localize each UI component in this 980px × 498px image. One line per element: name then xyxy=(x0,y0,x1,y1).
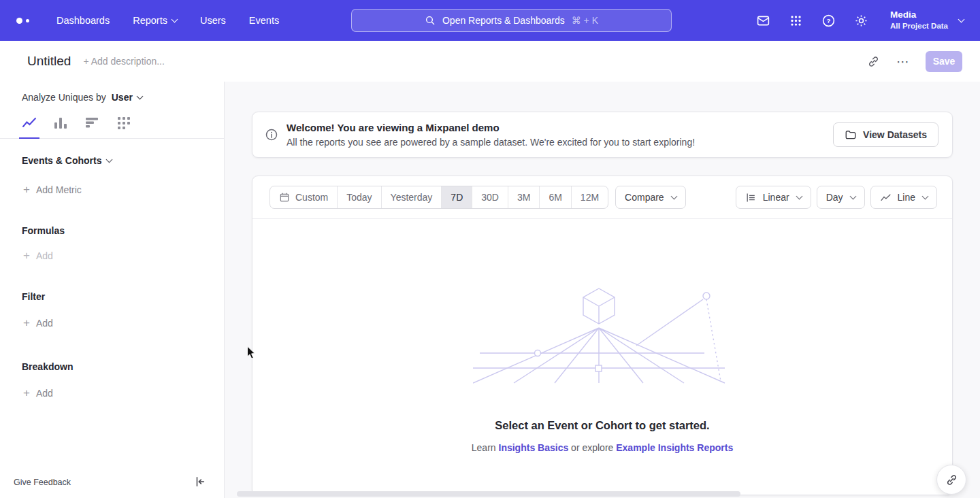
report-title[interactable]: Untitled xyxy=(27,54,71,69)
analyze-label: Analyze Uniques by xyxy=(22,92,106,103)
section-label: Formulas xyxy=(22,225,65,236)
add-metric-button[interactable]: + Add Metric xyxy=(23,184,224,195)
chevron-down-icon xyxy=(849,193,856,200)
chart-options: Linear Day Line xyxy=(736,186,937,209)
search-shortcut: ⌘ + K xyxy=(572,15,598,26)
date-range-7d[interactable]: 7D xyxy=(441,186,472,208)
chevron-down-icon xyxy=(796,193,802,200)
date-range-custom[interactable]: Custom xyxy=(270,186,337,208)
filter-section: Filter xyxy=(22,291,224,302)
add-breakdown-button[interactable]: + Add xyxy=(23,387,224,399)
date-range-label: Today xyxy=(346,192,372,203)
save-button[interactable]: Save xyxy=(926,51,962,72)
visualization-tabs xyxy=(0,115,224,139)
plus-icon: + xyxy=(23,184,30,195)
nav-item-events[interactable]: Events xyxy=(249,15,279,26)
query-builder-sidebar: Analyze Uniques by User Events & Cohorts xyxy=(0,82,225,498)
settings-gear-icon[interactable] xyxy=(853,13,868,28)
formulas-section: Formulas xyxy=(22,225,224,236)
chevron-down-icon xyxy=(670,193,677,200)
insights-basics-link[interactable]: Insights Basics xyxy=(499,442,569,453)
analyze-by-dropdown[interactable]: User xyxy=(112,92,142,103)
folder-icon xyxy=(845,129,857,141)
plus-icon: + xyxy=(23,250,30,261)
global-search[interactable]: Open Reports & Dashboards ⌘ + K xyxy=(351,9,672,32)
tab-bar-chart[interactable] xyxy=(53,115,68,130)
copy-link-icon[interactable] xyxy=(866,54,881,69)
section-label: Events & Cohorts xyxy=(22,155,101,166)
give-feedback-link[interactable]: Give Feedback xyxy=(14,478,71,487)
date-range-30d[interactable]: 30D xyxy=(472,186,508,208)
project-selector[interactable]: Media All Project Data xyxy=(890,10,964,31)
compare-dropdown[interactable]: Compare xyxy=(615,186,686,209)
line-chart-icon xyxy=(880,192,892,203)
messages-icon[interactable] xyxy=(755,13,770,28)
nav-item-dashboards[interactable]: Dashboards xyxy=(56,15,110,26)
middle-text: or explore xyxy=(571,442,613,453)
welcome-banner: Welcome! You are viewing a Mixpanel demo… xyxy=(252,112,953,158)
date-range-label: 6M xyxy=(549,192,561,203)
view-datasets-button[interactable]: View Datasets xyxy=(833,122,938,147)
report-header: Untitled + Add description... ⋯ Save xyxy=(0,41,980,82)
project-name: Media xyxy=(890,10,948,21)
chevron-down-icon xyxy=(958,16,965,22)
chart-type-label: Line xyxy=(898,192,915,203)
link-icon xyxy=(945,474,958,486)
collapse-sidebar-icon[interactable] xyxy=(194,476,208,489)
date-range-yesterday[interactable]: Yesterday xyxy=(381,186,442,208)
share-link-button[interactable] xyxy=(936,465,966,495)
tab-line-chart[interactable] xyxy=(22,115,37,130)
interval-dropdown[interactable]: Day xyxy=(817,186,865,209)
scale-label: Linear xyxy=(763,192,789,203)
example-reports-link[interactable]: Example Insights Reports xyxy=(616,442,733,453)
date-range-today[interactable]: Today xyxy=(337,186,380,208)
nav-item-label: Events xyxy=(249,15,279,26)
apps-grid-icon[interactable] xyxy=(788,13,803,28)
date-range-label: 30D xyxy=(481,192,499,203)
analyze-row: Analyze Uniques by User xyxy=(22,92,224,103)
logo-dot xyxy=(26,19,29,22)
horizontal-scrollbar[interactable] xyxy=(237,491,740,497)
add-formula-button[interactable]: + Add xyxy=(23,250,224,261)
learn-prefix: Learn xyxy=(472,442,496,453)
compare-label: Compare xyxy=(625,192,664,203)
header-actions: ⋯ Save xyxy=(866,51,962,72)
date-range-label: Custom xyxy=(295,192,328,203)
add-formula-label: Add xyxy=(36,250,53,261)
tab-funnel[interactable] xyxy=(84,115,99,130)
info-icon xyxy=(265,128,278,142)
svg-text:?: ? xyxy=(826,17,830,24)
calendar-icon xyxy=(279,192,290,203)
events-cohorts-section[interactable]: Events & Cohorts xyxy=(22,155,224,166)
chart-toolbar: Custom Today Yesterday 7D 30D 3M 6M 12M … xyxy=(252,176,952,219)
add-metric-label: Add Metric xyxy=(36,184,82,195)
chevron-down-icon xyxy=(106,156,113,163)
chevron-down-icon xyxy=(172,16,178,22)
date-range-12m[interactable]: 12M xyxy=(571,186,608,208)
add-filter-button[interactable]: + Add xyxy=(23,317,224,329)
scale-dropdown[interactable]: Linear xyxy=(736,186,811,209)
date-range-6m[interactable]: 6M xyxy=(539,186,570,208)
chart-type-dropdown[interactable]: Line xyxy=(870,186,937,209)
empty-state-subtitle: Learn Insights Basics or explore Example… xyxy=(252,442,952,453)
navbar-right: ? Media All Project Data xyxy=(755,10,964,31)
add-description[interactable]: + Add description... xyxy=(83,56,164,67)
mixpanel-logo[interactable] xyxy=(16,18,29,24)
nav-item-label: Users xyxy=(200,15,226,26)
view-datasets-label: View Datasets xyxy=(863,129,927,140)
more-options-icon[interactable]: ⋯ xyxy=(896,54,911,69)
help-icon[interactable]: ? xyxy=(821,13,836,28)
main-content: Welcome! You are viewing a Mixpanel demo… xyxy=(225,82,980,498)
logo-dot xyxy=(16,18,22,24)
nav-item-label: Reports xyxy=(133,15,167,26)
date-range-3m[interactable]: 3M xyxy=(508,186,539,208)
empty-state-title: Select an Event or Cohort to get started… xyxy=(252,419,952,432)
nav-item-reports[interactable]: Reports xyxy=(133,15,177,26)
chevron-down-icon xyxy=(136,93,143,99)
tab-retention-grid[interactable] xyxy=(116,115,131,130)
breakdown-section: Breakdown xyxy=(22,361,224,372)
nav-item-users[interactable]: Users xyxy=(200,15,226,26)
plus-icon: + xyxy=(23,317,30,329)
wireframe-illustration xyxy=(473,286,732,388)
date-range-control: Custom Today Yesterday 7D 30D 3M 6M 12M xyxy=(270,186,608,209)
